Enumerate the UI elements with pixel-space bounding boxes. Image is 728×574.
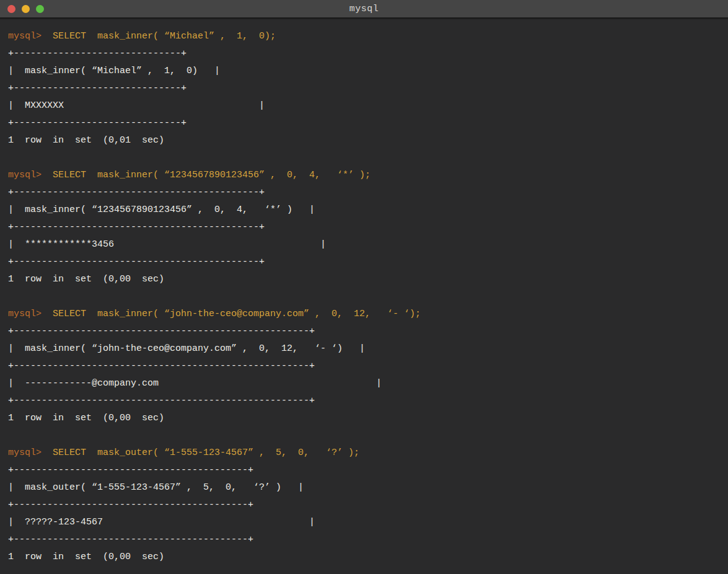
prompt-line: mysql> SELECT mask_inner( “john-the-ceo@… [8, 306, 728, 323]
mysql-prompt: mysql> [8, 448, 42, 458]
table-header-row: | mask_inner( “Michael” , 1, 0) | [8, 63, 728, 80]
table-result-row: | ?????-123-4567 | [8, 514, 728, 531]
table-header-row: | mask_inner( “john-the-ceo@company.com”… [8, 340, 728, 358]
table-border-middle: +------------------------------+ [8, 80, 728, 97]
mysql-prompt: mysql> [8, 309, 42, 319]
mysql-prompt: mysql> [8, 170, 42, 180]
table-border-middle: +---------------------------------------… [8, 358, 728, 375]
window-title: mysql [0, 4, 728, 14]
rows-status-text: 1 row in set (0,00 sec) [8, 271, 728, 288]
sql-query-text: SELECT mask_inner( “1234567890123456” , … [42, 170, 371, 180]
mysql-prompt: mysql> [8, 31, 42, 42]
table-border-middle: +---------------------------------------… [8, 219, 728, 236]
table-border-middle: +---------------------------------------… [8, 497, 728, 514]
prompt-line: mysql> SELECT mask_inner( “1234567890123… [8, 167, 728, 184]
table-header-row: | mask_outer( “1-555-123-4567” , 5, 0, ‘… [8, 479, 728, 497]
table-result-row: | ************3456 | [8, 236, 728, 254]
rows-status-text: 1 row in set (0,00 sec) [8, 410, 728, 427]
query-block-4: mysql> SELECT mask_outer( “1-555-123-456… [8, 444, 728, 566]
table-border-bottom: +---------------------------------------… [8, 254, 728, 271]
query-block-1: mysql> SELECT mask_inner( “Michael” , 1,… [8, 28, 728, 149]
terminal-output[interactable]: mysql> SELECT mask_inner( “Michael” , 1,… [0, 19, 728, 574]
query-block-3: mysql> SELECT mask_inner( “john-the-ceo@… [8, 306, 728, 427]
table-border-top: +------------------------------+ [8, 45, 728, 63]
table-result-row: | ------------@company.com | [8, 375, 728, 392]
sql-query-text: SELECT mask_inner( “john-the-ceo@company… [42, 309, 421, 319]
table-border-top: +---------------------------------------… [8, 462, 728, 479]
table-border-bottom: +---------------------------------------… [8, 531, 728, 549]
window-titlebar: mysql [0, 0, 728, 19]
terminal-window: mysql mysql> SELECT mask_inner( “Michael… [0, 0, 728, 574]
query-block-2: mysql> SELECT mask_inner( “1234567890123… [8, 167, 728, 288]
rows-status-text: 1 row in set (0,00 sec) [8, 549, 728, 566]
table-header-row: | mask_inner( “1234567890123456” , 0, 4,… [8, 201, 728, 219]
table-result-row: | MXXXXXX | [8, 97, 728, 115]
table-border-bottom: +---------------------------------------… [8, 392, 728, 410]
sql-query-text: SELECT mask_inner( “Michael” , 1, 0); [42, 31, 276, 42]
table-border-top: +---------------------------------------… [8, 184, 728, 201]
table-border-top: +---------------------------------------… [8, 323, 728, 340]
table-border-bottom: +------------------------------+ [8, 115, 728, 132]
prompt-line: mysql> SELECT mask_outer( “1-555-123-456… [8, 444, 728, 462]
sql-query-text: SELECT mask_outer( “1-555-123-4567” , 5,… [42, 448, 359, 458]
prompt-line: mysql> SELECT mask_inner( “Michael” , 1,… [8, 28, 728, 45]
rows-status-text: 1 row in set (0,01 sec) [8, 132, 728, 149]
